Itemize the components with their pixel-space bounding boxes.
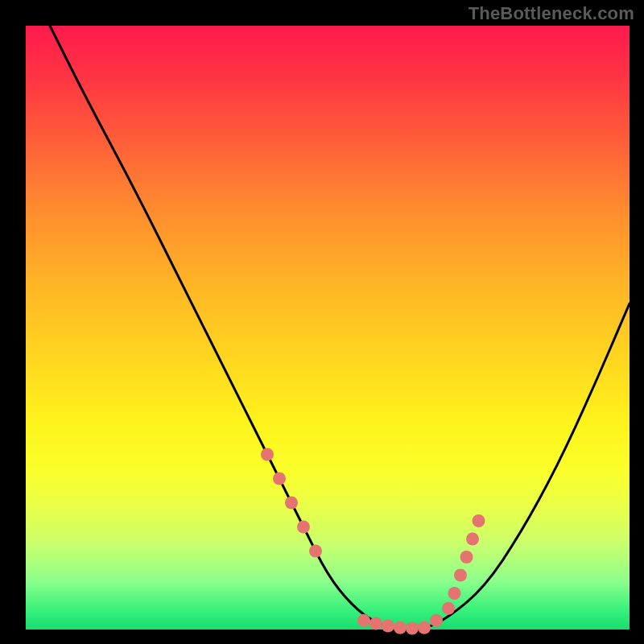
highlight-dot xyxy=(394,621,407,634)
highlight-dot xyxy=(442,602,455,615)
highlight-dot xyxy=(261,448,274,461)
highlight-dot xyxy=(418,621,431,634)
highlight-dot xyxy=(466,533,479,546)
highlight-dot xyxy=(430,614,443,627)
highlight-dot xyxy=(454,569,467,582)
highlight-dot xyxy=(473,514,485,527)
highlight-dot xyxy=(369,617,382,630)
highlight-dot xyxy=(382,620,394,633)
highlight-dot xyxy=(309,545,322,558)
curve-layer xyxy=(0,0,644,644)
highlight-dot xyxy=(357,614,370,627)
highlight-dot xyxy=(460,551,473,564)
highlight-dot xyxy=(297,521,310,534)
highlight-dot xyxy=(448,587,461,600)
chart-frame: TheBottleneck.com xyxy=(0,0,644,644)
highlight-dot xyxy=(273,473,286,485)
highlight-dot xyxy=(285,497,298,510)
watermark-text: TheBottleneck.com xyxy=(469,3,634,24)
highlight-dot xyxy=(406,622,419,635)
bottleneck-curve xyxy=(50,26,630,630)
